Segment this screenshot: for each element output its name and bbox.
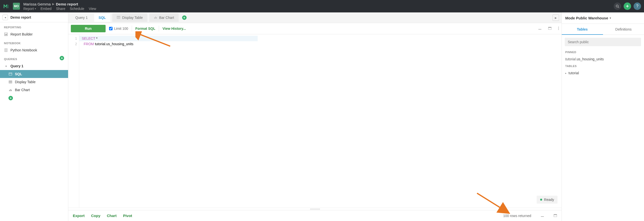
pinned-table[interactable]: tutorial.us_housing_units: [562, 55, 644, 63]
schema-tree-item[interactable]: ▸ tutorial: [562, 69, 644, 77]
schema-search-input[interactable]: [565, 38, 641, 46]
table-icon: [117, 16, 120, 20]
sql-editor[interactable]: 1 2 SELECT * FROM tutorial.us_housing_un…: [68, 34, 562, 208]
sidebar-item-query1[interactable]: ▾ Query 1: [0, 62, 68, 70]
copy-link[interactable]: Copy: [91, 214, 100, 218]
sidebar-back-button[interactable]: ◂: [2, 15, 8, 20]
chevron-down-icon: ▾: [4, 65, 8, 67]
view-history-link[interactable]: View History...: [162, 26, 186, 30]
center-pane: Query 1 SQL Display Table Bar Chart + ▸ …: [68, 12, 562, 221]
sidebar-item-label: Display Table: [15, 80, 36, 84]
rtab-definitions[interactable]: Definitions: [603, 24, 644, 34]
breadcrumb-user[interactable]: Marissa Gemma: [23, 2, 51, 6]
svg-rect-22: [11, 90, 12, 91]
sidebar-title: Demo report: [10, 15, 31, 19]
tab-label: Bar Chart: [159, 16, 174, 20]
sidebar-item-display-table[interactable]: Display Table: [0, 78, 68, 86]
more-icon[interactable]: [558, 26, 559, 31]
menu-view[interactable]: View: [89, 7, 96, 11]
chart-link[interactable]: Chart: [107, 214, 116, 218]
export-link[interactable]: Export: [73, 214, 85, 218]
editor-gutter: 1 2: [68, 34, 79, 208]
minimize-icon[interactable]: [541, 214, 544, 218]
tabs-row: Query 1 SQL Display Table Bar Chart + ▸: [68, 12, 562, 23]
resize-handle[interactable]: [68, 208, 562, 210]
svg-rect-8: [6, 34, 7, 35]
chevron-down-icon: ▾: [610, 17, 611, 19]
sql-icon: [8, 72, 12, 76]
right-panel: Mode Public Warehouse ▾ Tables Definitio…: [562, 12, 644, 221]
menu-report[interactable]: Report▾: [23, 7, 36, 11]
menu-schedule[interactable]: Schedule: [70, 7, 84, 11]
top-bar: MO Marissa Gemma ▶ Demo report Report▾ E…: [0, 0, 644, 12]
bar-chart-icon: [8, 88, 12, 92]
breadcrumb: Marissa Gemma ▶ Demo report Report▾ Embe…: [23, 2, 96, 11]
pivot-link[interactable]: Pivot: [123, 214, 132, 218]
minimize-icon[interactable]: [538, 26, 542, 30]
add-view-button[interactable]: +: [8, 96, 13, 100]
add-tab-button[interactable]: +: [182, 15, 186, 20]
svg-rect-42: [554, 214, 557, 215]
sidebar-item-label: SQL: [15, 72, 22, 76]
help-icon[interactable]: ?: [634, 2, 641, 10]
pinned-label: PINNED: [562, 49, 644, 55]
svg-point-34: [558, 28, 559, 28]
svg-point-1: [8, 6, 9, 7]
user-avatar[interactable]: MO: [13, 3, 20, 10]
svg-rect-27: [154, 17, 155, 19]
svg-rect-29: [156, 17, 157, 19]
collapse-right-button[interactable]: ▸: [552, 14, 559, 21]
svg-rect-15: [9, 81, 12, 83]
limit-checkbox-input[interactable]: [109, 27, 112, 30]
tab-display-table[interactable]: Display Table: [112, 13, 147, 22]
format-sql-link[interactable]: Format SQL: [136, 26, 155, 30]
tab-sql[interactable]: SQL: [94, 13, 110, 22]
divider: [159, 25, 159, 31]
dashboard-icon: [4, 32, 8, 36]
svg-point-0: [8, 5, 9, 5]
table-icon: [8, 80, 12, 84]
section-reporting: REPORTING: [0, 22, 68, 30]
mode-logo: [3, 3, 10, 10]
maximize-icon[interactable]: [554, 214, 557, 218]
rows-returned: 100 rows returned: [503, 214, 531, 218]
tab-query1[interactable]: Query 1: [71, 13, 92, 22]
add-icon[interactable]: +: [624, 2, 631, 10]
bar-chart-icon: [154, 16, 157, 20]
editor-code[interactable]: SELECT * FROM tutorial.us_housing_units: [79, 34, 136, 208]
sidebar-item-label: Python Notebook: [10, 48, 37, 52]
svg-rect-5: [4, 33, 8, 36]
svg-rect-21: [10, 89, 11, 91]
rtab-tables[interactable]: Tables: [562, 24, 603, 34]
limit-checkbox[interactable]: Limit 100: [109, 26, 128, 30]
sidebar-item-label: Bar Chart: [15, 88, 30, 92]
sidebar-item-report-builder[interactable]: Report Builder: [0, 30, 68, 38]
tab-label: Display Table: [122, 16, 143, 20]
search-icon[interactable]: [614, 2, 621, 10]
menu-share[interactable]: Share: [56, 7, 65, 11]
sidebar-item-bar-chart[interactable]: Bar Chart: [0, 86, 68, 94]
chevron-right-icon: ▶: [52, 2, 54, 6]
status-dot-icon: [540, 199, 542, 201]
svg-rect-28: [155, 17, 156, 19]
warehouse-selector[interactable]: Mode Public Warehouse ▾: [562, 12, 644, 24]
svg-rect-13: [9, 73, 12, 75]
sidebar-item-sql[interactable]: SQL: [0, 70, 68, 78]
editor-toolbar: Run Limit 100 Format SQL View History...: [68, 23, 562, 34]
maximize-icon[interactable]: [548, 26, 552, 30]
svg-point-33: [558, 26, 559, 27]
notebook-icon: [4, 48, 8, 52]
menu-embed[interactable]: Embed: [40, 7, 52, 11]
run-button[interactable]: Run: [71, 25, 106, 32]
status-badge: Ready: [537, 196, 558, 204]
svg-rect-40: [541, 216, 544, 217]
warehouse-name: Mode Public Warehouse: [565, 16, 608, 20]
svg-point-3: [616, 5, 618, 7]
breadcrumb-report[interactable]: Demo report: [56, 2, 78, 6]
left-sidebar: ◂ Demo report REPORTING Report Builder N…: [0, 12, 68, 221]
sidebar-item-python-notebook[interactable]: Python Notebook: [0, 46, 68, 54]
section-notebook: NOTEBOOK: [0, 38, 68, 46]
add-query-button[interactable]: +: [60, 56, 64, 60]
tab-bar-chart[interactable]: Bar Chart: [149, 13, 179, 22]
sidebar-item-label: Query 1: [10, 64, 23, 68]
